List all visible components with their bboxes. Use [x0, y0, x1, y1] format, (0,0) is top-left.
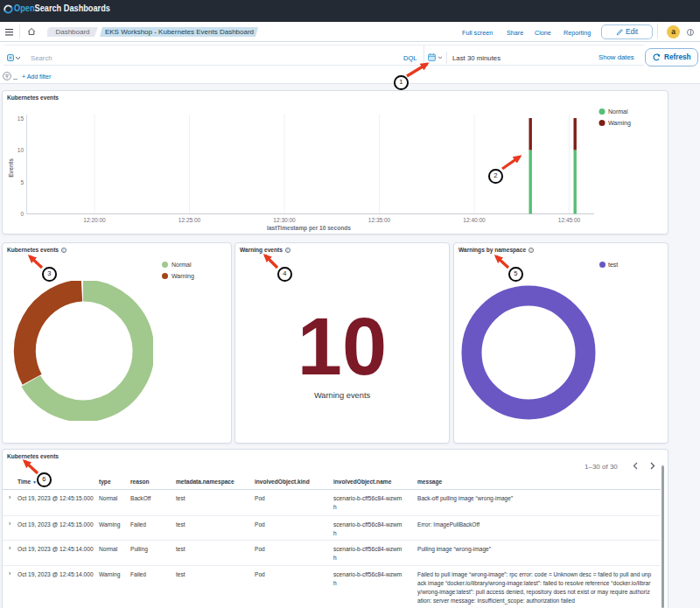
- svg-text:0: 0: [20, 211, 24, 217]
- svg-text:12:40:00: 12:40:00: [463, 217, 486, 223]
- svg-text:12:35:00: 12:35:00: [368, 217, 391, 223]
- svg-text:lastTimestamp per 10 seconds: lastTimestamp per 10 seconds: [267, 225, 351, 232]
- svg-text:12:20:00: 12:20:00: [83, 217, 106, 223]
- svg-text:12:25:00: 12:25:00: [178, 217, 201, 223]
- svg-text:Events: Events: [8, 158, 14, 178]
- svg-text:5: 5: [20, 179, 24, 185]
- svg-text:15: 15: [18, 115, 24, 122]
- svg-text:12:45:00: 12:45:00: [558, 217, 581, 223]
- svg-text:Warning: Warning: [608, 120, 631, 127]
- svg-text:10: 10: [18, 147, 24, 153]
- svg-text:Normal: Normal: [608, 108, 628, 115]
- svg-text:12:30:00: 12:30:00: [273, 217, 296, 223]
